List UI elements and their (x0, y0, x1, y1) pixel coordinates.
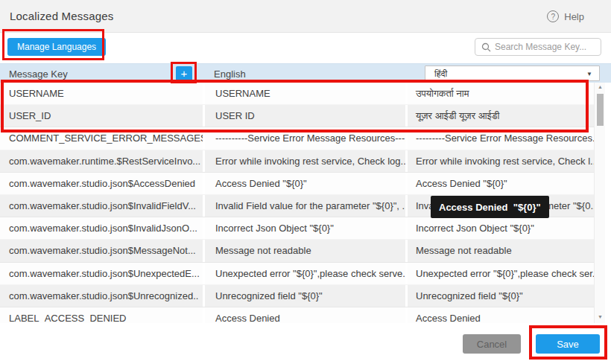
table-row[interactable]: USER_ID USER ID यूज़र आईडी यूज़र आईडी (0, 105, 594, 127)
add-language-button[interactable]: + (176, 66, 192, 81)
table-row[interactable]: USERNAME USERNAME उपयोगकर्ता नाम (0, 83, 594, 105)
cell-localized[interactable]: Incorrect Json Object "${0}" (408, 217, 594, 239)
cell-english[interactable]: Incorrect Json Object "${0}" (205, 217, 408, 239)
cell-localized[interactable]: Message not readable (408, 240, 594, 261)
cell-english[interactable]: ----------Service Error Message Resource… (205, 127, 408, 149)
help-label: Help (564, 11, 584, 22)
cell-message-key[interactable]: com.wavemaker.studio.json$InvalidFieldV.… (0, 195, 205, 217)
page-title: Localized Messages (0, 10, 114, 22)
cell-localized[interactable]: Error while invoking rest service, Check… (408, 150, 594, 172)
search-input[interactable] (495, 42, 595, 52)
cell-message-key[interactable]: USER_ID (0, 105, 205, 127)
cell-localized[interactable]: Unexpected error "${0}",please check ser… (408, 263, 594, 284)
localized-messages-dialog: Localized Messages ? Help Manage Languag… (0, 0, 611, 364)
save-button[interactable]: Save (536, 334, 600, 354)
cell-message-key[interactable]: com.wavemaker.runtime.$RestServiceInvo..… (0, 150, 205, 172)
cell-english[interactable]: Unrecognized field "${0}" (205, 285, 408, 307)
table-row[interactable]: com.wavemaker.studio.json$InvalidJsonO..… (0, 217, 594, 240)
scroll-up-icon[interactable]: ▲ (595, 84, 606, 89)
table-row[interactable]: com.wavemaker.studio.json$MessageNot... … (0, 240, 594, 262)
vertical-scrollbar[interactable]: ▲ ▼ (594, 83, 605, 323)
cell-english[interactable]: Access Denied "${0}" (205, 173, 408, 194)
help-icon: ? (547, 10, 559, 22)
cell-english[interactable]: Invalid Field value for the parameter "$… (205, 195, 408, 217)
cancel-button[interactable]: Cancel (463, 334, 521, 354)
table-row[interactable]: com.wavemaker.studio.json$AccessDenied A… (0, 173, 594, 195)
cell-english[interactable]: Message not readable (205, 240, 408, 261)
help-button[interactable]: ? Help (547, 0, 584, 33)
cell-message-key[interactable]: com.wavemaker.studio.json$MessageNot... (0, 240, 205, 261)
cell-message-key[interactable]: LABEL_ACCESS_DENIED (0, 307, 205, 323)
cell-message-key[interactable]: com.wavemaker.studio.json$InvalidJsonO..… (0, 217, 205, 239)
scroll-down-icon[interactable]: ▼ (595, 314, 606, 319)
cell-localized[interactable]: Unrecognized field "${0}" (408, 285, 594, 307)
search-box[interactable] (475, 38, 601, 56)
grid-header: Message Key + English हिंदी ▼ (0, 63, 611, 83)
cell-english[interactable]: USER ID (205, 105, 408, 127)
tooltip: Access Denied "${0}" (431, 196, 549, 218)
column-header-message-key: Message Key (9, 64, 68, 83)
cell-localized[interactable]: ---------Service Error Message Resources… (408, 127, 594, 149)
cell-message-key[interactable]: USERNAME (0, 83, 205, 104)
language-dropdown-value: हिंदी (434, 68, 447, 79)
table-row[interactable]: LABEL_ACCESS_DENIED Access Denied Access… (0, 307, 594, 323)
cell-english[interactable]: Access Denied (205, 307, 408, 323)
table-row[interactable]: com.wavemaker.studio.json$Unrecognized..… (0, 285, 594, 307)
cell-message-key[interactable]: com.wavemaker.studio.json$Unrecognized.. (0, 285, 205, 307)
title-bar: Localized Messages ? Help (0, 0, 611, 33)
cell-english[interactable]: USERNAME (205, 83, 408, 104)
cell-localized[interactable]: यूज़र आईडी यूज़र आईडी (408, 105, 594, 127)
table-row[interactable]: com.wavemaker.studio.json$UnexpectedE...… (0, 263, 594, 285)
cell-message-key[interactable]: COMMENT_SERVICE_ERROR_MESSAGES (0, 127, 205, 149)
table-row[interactable]: COMMENT_SERVICE_ERROR_MESSAGES ---------… (0, 127, 594, 150)
cell-localized[interactable]: Access Denied "${0}" (408, 173, 594, 194)
language-dropdown[interactable]: हिंदी ▼ (425, 66, 600, 81)
chevron-down-icon: ▼ (586, 71, 592, 77)
cell-localized[interactable]: उपयोगकर्ता नाम (408, 83, 594, 104)
scrollbar-thumb[interactable] (597, 94, 604, 126)
search-icon (481, 42, 491, 52)
cell-english[interactable]: Error while invoking rest service, Check… (205, 150, 408, 172)
cell-message-key[interactable]: com.wavemaker.studio.json$UnexpectedE... (0, 263, 205, 284)
cell-english[interactable]: Unexpected error "${0}",please check ser… (205, 263, 408, 284)
table-row[interactable]: com.wavemaker.runtime.$RestServiceInvo..… (0, 150, 594, 173)
cell-message-key[interactable]: com.wavemaker.studio.json$AccessDenied (0, 173, 205, 194)
cell-localized[interactable]: Access Denied (408, 307, 594, 323)
column-header-english: English (214, 64, 246, 83)
manage-languages-button[interactable]: Manage Languages (7, 38, 106, 56)
